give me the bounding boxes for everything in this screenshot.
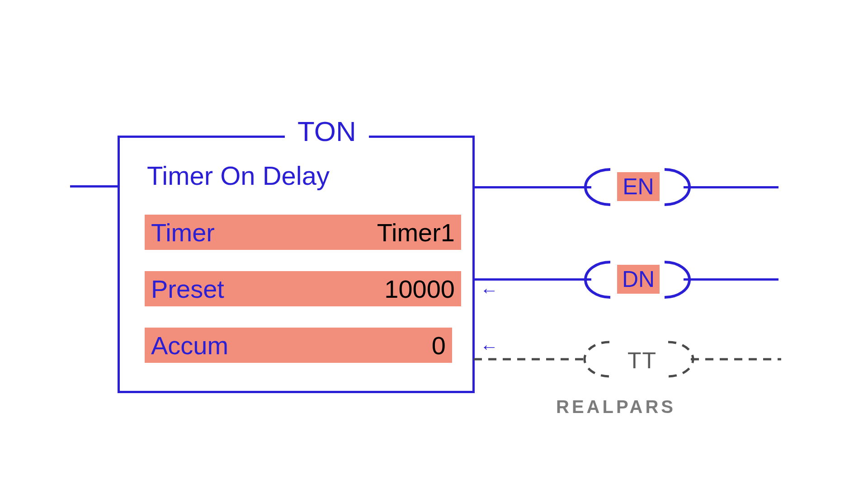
watermark: REALPARS [556, 397, 676, 417]
row-accum: Accum 0 [145, 328, 452, 363]
row-preset-value: 10000 [384, 274, 455, 304]
block-subtitle: Timer On Delay [147, 160, 330, 191]
wire-en-left [475, 186, 591, 188]
row-preset-label: Preset [151, 274, 224, 304]
coil-en: EN [590, 169, 685, 205]
block-code: TON [285, 115, 369, 147]
diagram-stage: TON Timer On Delay Timer Timer1 Preset 1… [0, 0, 868, 488]
coil-tt: TT [474, 341, 781, 377]
coil-en-label: EN [617, 172, 660, 201]
row-timer: Timer Timer1 [145, 215, 461, 250]
wire-dn-right [684, 278, 778, 281]
row-timer-label: Timer [151, 218, 215, 247]
coil-dn: DN [590, 262, 685, 297]
row-preset: Preset 10000 [145, 271, 461, 306]
coil-tt-label: TT [627, 347, 657, 374]
wire-dn-left [475, 278, 591, 281]
row-timer-value: Timer1 [377, 218, 455, 247]
coil-dn-label: DN [617, 265, 660, 294]
row-accum-value: 0 [432, 331, 446, 360]
row-accum-label: Accum [151, 331, 228, 360]
wire-input [70, 185, 118, 188]
wire-en-right [684, 186, 778, 188]
arrow-preset: ← [480, 280, 498, 300]
